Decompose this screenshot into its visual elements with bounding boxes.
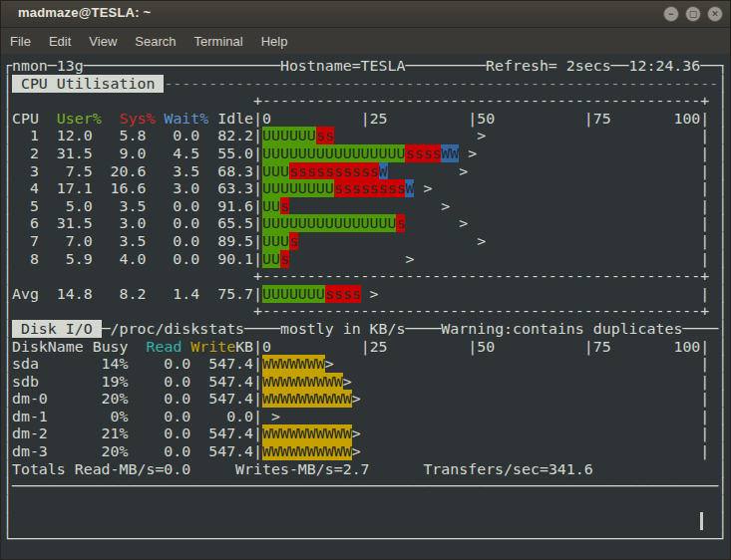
terminal-text xyxy=(709,424,718,442)
menu-item-view[interactable]: View xyxy=(80,31,126,52)
terminal-text xyxy=(459,144,468,162)
terminal-text: | xyxy=(253,214,262,232)
terminal-text: | xyxy=(253,144,262,162)
maximize-button[interactable]: ▢ xyxy=(685,6,701,22)
terminal-text: │ xyxy=(718,127,727,144)
terminal-text xyxy=(709,355,718,373)
terminal-text: | xyxy=(700,232,709,250)
terminal-text: > xyxy=(370,285,379,303)
terminal-text: │ xyxy=(718,250,727,268)
window-title-bar[interactable]: madmaze@TESLA: ~ −▢✕ xyxy=(1,1,730,28)
terminal-text xyxy=(208,110,217,128)
terminal-row: │ 6 31.5 3.0 0.0 65.5|UUUUUUUUUUUUUUUs >… xyxy=(3,215,731,233)
terminal-text xyxy=(289,197,441,215)
terminal-text xyxy=(709,250,718,268)
terminal-text xyxy=(361,424,701,442)
terminal-text: 5 5.0 3.5 0.0 91.6 xyxy=(12,197,253,215)
menu-item-terminal[interactable]: Terminal xyxy=(185,31,252,52)
terminal-text xyxy=(709,162,718,180)
bar-segment: UUUUUUU xyxy=(262,285,325,303)
terminal-text: │ xyxy=(718,285,727,303)
terminal-text: 4 17.1 16.6 3.0 63.3 xyxy=(12,179,253,197)
bar-segment: s xyxy=(289,232,298,250)
terminal-row: │dm-3 20% 0.0 547.4|WWWWWWWWWW> | │ xyxy=(3,443,731,461)
terminal-text xyxy=(352,373,701,391)
terminal-text xyxy=(334,127,477,144)
terminal-text: 8 5.9 4.0 0.0 90.1 xyxy=(12,250,253,268)
terminal-text: │ xyxy=(718,442,727,460)
terminal-text xyxy=(486,127,700,144)
terminal-text: Writes-MB/s=2.7 xyxy=(235,460,369,478)
terminal-text xyxy=(709,267,718,285)
terminal-text xyxy=(12,495,718,513)
terminal-row: │dm-2 21% 0.0 547.4|WWWWWWWWWW> | │ xyxy=(3,425,731,443)
terminal-text: │ xyxy=(718,179,727,197)
terminal-text: │ xyxy=(718,355,727,373)
terminal-text xyxy=(102,110,120,128)
terminal-text: | xyxy=(253,162,262,180)
terminal-text: > xyxy=(441,197,450,215)
terminal-text: 6 31.5 3.0 0.0 65.5 xyxy=(12,214,253,232)
terminal-text: | xyxy=(700,442,709,460)
terminal-text: │ xyxy=(3,144,12,162)
terminal-text: │ xyxy=(3,110,12,128)
terminal-text: | xyxy=(253,442,262,460)
terminal-text: > xyxy=(325,355,334,373)
terminal-text: Busy xyxy=(93,338,129,356)
menu-item-edit[interactable]: Edit xyxy=(40,31,80,52)
terminal-text: | xyxy=(700,390,709,408)
terminal-text: CPU xyxy=(12,110,39,128)
terminal-row: │ 5 5.0 3.5 0.0 91.6|UUs > | │ xyxy=(3,198,731,216)
terminal-text: ──── xyxy=(405,320,441,338)
terminal-text: │ xyxy=(3,338,12,356)
text-cursor xyxy=(700,512,709,530)
terminal-text xyxy=(709,197,718,215)
terminal-text: Read xyxy=(146,338,182,356)
minimize-button[interactable]: − xyxy=(663,6,679,22)
terminal-text xyxy=(12,302,253,320)
terminal-text: Sys% xyxy=(120,110,156,128)
terminal-text xyxy=(361,442,701,460)
terminal-row: │sda 14% 0.0 547.4|WWWWWWW> | │ xyxy=(3,356,731,374)
bar-segment: ssss xyxy=(325,285,361,303)
terminal-text: │ xyxy=(718,92,727,110)
terminal-text: │ xyxy=(3,162,12,180)
terminal-text: │ xyxy=(718,214,727,232)
terminal-text: |0 |25 |50 |75 100| xyxy=(253,110,709,128)
terminal-text: │ xyxy=(718,460,727,478)
terminal-text: | xyxy=(253,127,262,144)
terminal-text xyxy=(709,232,718,250)
bar-segment: UUUUUU xyxy=(262,127,316,144)
menu-item-help[interactable]: Help xyxy=(252,31,297,52)
terminal-text xyxy=(709,302,718,320)
terminal-text: > xyxy=(459,162,468,180)
terminal-text: │ xyxy=(718,495,727,513)
terminal-text: +---------------------------------------… xyxy=(253,92,709,110)
menu-item-search[interactable]: Search xyxy=(126,31,184,52)
terminal-text: │ xyxy=(3,424,12,442)
terminal-text: DiskName xyxy=(12,338,84,356)
terminal-text: sda 14% 0.0 547.4 xyxy=(12,355,253,373)
menu-item-file[interactable]: File xyxy=(1,31,40,52)
bar-segment: WWWWWWWWW xyxy=(262,373,343,391)
terminal-text: +---------------------------------------… xyxy=(253,302,709,320)
terminal-text: │ xyxy=(3,75,12,93)
terminal-screen[interactable]: ┌nmon─13g──────────────────────Hostname=… xyxy=(1,54,731,560)
terminal-text: User% xyxy=(57,110,102,128)
terminal-text: │ xyxy=(3,355,12,373)
terminal-text: │ xyxy=(718,232,727,250)
terminal-text xyxy=(709,127,718,144)
terminal-text: │ xyxy=(718,267,727,285)
terminal-text: | xyxy=(253,232,262,250)
terminal-text: | xyxy=(700,424,709,442)
terminal-row: │sdb 19% 0.0 547.4|WWWWWWWWW> | │ xyxy=(3,374,731,392)
terminal-text xyxy=(432,179,700,197)
terminal-row: │ 2 31.5 9.0 4.5 55.0|UUUUUUUUUUUUUUUUss… xyxy=(3,145,731,163)
close-button[interactable]: ✕ xyxy=(707,6,723,22)
bar-segment: W xyxy=(379,162,388,180)
terminal-row: │ 7 7.0 3.5 0.0 89.5|UUUs > | │ xyxy=(3,233,731,251)
terminal-text: │ xyxy=(718,373,727,391)
terminal-text: Write xyxy=(190,338,235,356)
terminal-text: | xyxy=(253,250,262,268)
terminal-text: Wait% xyxy=(164,110,208,128)
